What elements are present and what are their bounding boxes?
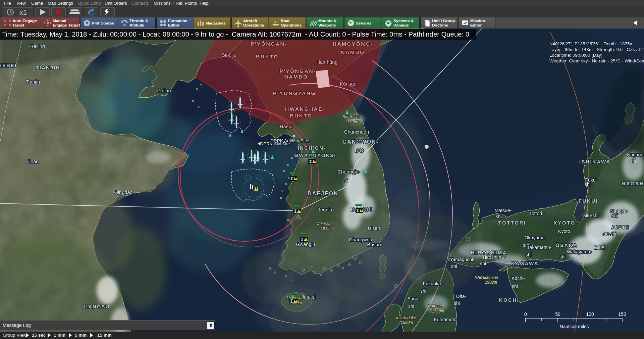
svg-text:Sinŭiju: Sinŭiju (222, 52, 236, 58)
svg-text:Chuncheon: Chuncheon (344, 129, 369, 135)
svg-text:Gwangju: Gwangju (296, 242, 315, 247)
svg-text:Matsue-: Matsue- (495, 208, 512, 213)
svg-text:Ōita-: Ōita- (456, 294, 467, 299)
svg-text:P'YŌNGAN-: P'YŌNGAN- (279, 68, 316, 74)
svg-text:NAMDO: NAMDO (284, 74, 308, 80)
svg-text:Yamaguchi-: Yamaguchi- (450, 257, 475, 262)
svg-text:Tottori: Tottori (529, 211, 542, 216)
svg-text:HAMGYŌNG-: HAMGYŌNG- (333, 41, 373, 47)
svg-text:ŌSAKA: ŌSAKA (555, 242, 578, 248)
svg-text:ISHIKAWA: ISHIKAWA (579, 159, 611, 164)
svg-text:shi: shi (496, 214, 502, 219)
svg-text:DO: DO (355, 148, 364, 153)
svg-text:Wakayama-: Wakayama- (567, 249, 592, 254)
svg-text:Kŏnsan: Kŏnsan (340, 81, 356, 87)
svg-text:NAMDO: NAMDO (341, 49, 365, 55)
svg-text:Saga-: Saga- (407, 296, 420, 301)
svg-text:DPRK·SM Site: DPRK·SM Site (260, 141, 290, 146)
svg-text:Hamhŭng: Hamhŭng (317, 59, 338, 65)
svg-text:MIE: MIE (594, 245, 605, 250)
svg-text:Tianjin: Tianjin (26, 79, 40, 85)
svg-text:Changwon: Changwon (349, 237, 372, 242)
svg-text:GANGWON-: GANGWON- (342, 139, 379, 145)
svg-text:shi: shi (480, 261, 486, 266)
svg-text:1982m: 1982m (485, 280, 497, 285)
svg-text:Takamatsu-: Takamatsu- (527, 245, 552, 250)
svg-text:AICHI: AICHI (611, 224, 629, 230)
svg-text:✕: ✕ (292, 134, 296, 139)
svg-text:Unzen-dake: Unzen-dake (394, 316, 416, 320)
svg-text:NAGANO: NAGANO (622, 181, 644, 186)
svg-text:Kyoto: Kyoto (558, 229, 570, 234)
svg-text:0: 0 (524, 311, 527, 317)
svg-text:P'YŌNGAN-: P'YŌNGAN- (251, 41, 287, 47)
svg-text:Jeonju: Jeonju (318, 207, 332, 212)
svg-text:Ulsan: Ulsan (368, 226, 380, 231)
svg-text:Busan: Busan (367, 242, 381, 247)
svg-text:Tsu-shi: Tsu-shi (601, 231, 616, 237)
svg-text:shi: shi (526, 252, 532, 257)
svg-text:50: 50 (555, 311, 560, 317)
svg-text:shi: shi (559, 254, 566, 259)
svg-text:Beijing: Beijing (30, 44, 45, 49)
svg-text:KYOTO: KYOTO (553, 220, 576, 226)
svg-text:Chiri-san: Chiri-san (317, 221, 333, 226)
svg-text:Qingdao: Qingdao (114, 190, 133, 195)
svg-text:1708m: 1708m (347, 119, 360, 124)
svg-text:shi: shi (630, 158, 636, 164)
svg-text:shi: shi (454, 300, 460, 306)
svg-text:shi: shi (585, 182, 591, 187)
svg-text:Fukuoka-: Fukuoka- (423, 281, 443, 286)
svg-text:P'YŌNGYANG: P'YŌNGYANG (273, 90, 316, 96)
svg-text:FUKUI: FUKUI (579, 198, 598, 204)
svg-text:1788m: 1788m (432, 309, 444, 313)
svg-text:GWANGYOKSI: GWANGYOKSI (294, 152, 336, 158)
svg-text:Gifu-shi: Gifu-shi (582, 213, 598, 218)
svg-text:shi: shi (420, 288, 426, 294)
svg-text:Nautical miles: Nautical miles (559, 324, 589, 329)
svg-text:1500m: 1500m (401, 320, 413, 325)
svg-text:HIROSHIMA: HIROSHIMA (471, 250, 507, 255)
svg-text:HEBEI: HEBEI (0, 62, 17, 68)
svg-text:Kuju-san: Kuju-san (428, 304, 444, 308)
svg-text:shi: shi (451, 263, 457, 269)
svg-text:HWANGHAE-: HWANGHAE- (285, 106, 325, 112)
svg-text:x1: x1 (19, 8, 27, 16)
svg-text:DAEJEON: DAEJEON (308, 191, 338, 196)
svg-text:Cheongju-: Cheongju- (338, 169, 360, 175)
svg-text:shi: shi (612, 213, 618, 219)
svg-text:Kōchi-: Kōchi- (512, 276, 525, 281)
svg-text:KAGAWA: KAGAWA (511, 260, 539, 266)
svg-text:1915m: 1915m (321, 226, 333, 231)
svg-text:Haeju: Haeju (280, 124, 292, 129)
svg-text:BUKTO: BUKTO (290, 113, 312, 118)
svg-text:TIANJIN: TIANJIN (36, 65, 60, 70)
svg-text:Jinan: Jinan (27, 159, 39, 164)
svg-text:Nagano-: Nagano- (627, 152, 644, 157)
svg-text:JIANGSU: JIANGSU (83, 304, 110, 309)
svg-text:150: 150 (618, 311, 626, 317)
svg-text:Dalian: Dalian (157, 88, 171, 93)
svg-text:Kumamoto: Kumamoto (434, 317, 457, 322)
svg-text:shi: shi (408, 303, 414, 309)
svg-text:BUKTO: BUKTO (256, 54, 278, 59)
svg-text:100: 100 (586, 311, 594, 317)
svg-text:KOCHI: KOCHI (499, 297, 520, 303)
svg-text:✕: ✕ (228, 133, 232, 138)
svg-text:Sorak-san: Sorak-san (342, 114, 361, 119)
svg-text:Okayama-: Okayama- (525, 235, 546, 240)
svg-text:INCH'ON-: INCH'ON- (298, 145, 326, 151)
svg-text:Ishizuchi-san: Ishizuchi-san (475, 275, 498, 280)
svg-text:TOTTORI: TOTTORI (498, 220, 526, 226)
svg-text:si: si (344, 178, 348, 184)
svg-text:shi: shi (512, 284, 518, 289)
